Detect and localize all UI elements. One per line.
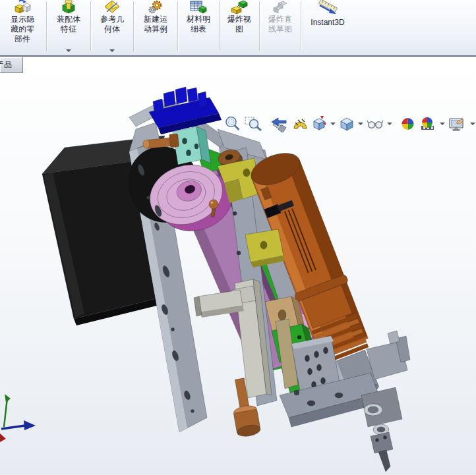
model-yellow-clamp-lower[interactable] <box>245 229 285 267</box>
show-hidden-components-icon <box>13 0 32 14</box>
display-style-button[interactable] <box>338 115 356 133</box>
explode-line-sketch-icon <box>272 0 289 14</box>
dropdown-arrow-icon[interactable] <box>109 49 115 52</box>
feature-tree-tab-label: 产品 <box>0 59 13 70</box>
apply-scene-button[interactable] <box>418 115 438 133</box>
toolbar-separator <box>133 1 134 51</box>
view-orientation-icon <box>311 115 328 132</box>
view-settings-icon <box>448 115 467 132</box>
toolbar-separator <box>46 1 47 51</box>
apply-scene-icon <box>419 115 437 132</box>
zoom-to-area-icon <box>243 115 263 132</box>
hide-show-items-button[interactable] <box>365 115 385 133</box>
instant3d-button[interactable]: Instant3D <box>303 0 353 55</box>
section-view-button[interactable] <box>291 115 309 133</box>
dropdown-arrow-icon[interactable] <box>66 49 71 52</box>
hide-show-items-icon <box>366 115 384 132</box>
view-orientation-dropdown-arrow[interactable] <box>330 123 336 125</box>
view-settings-button[interactable] <box>447 115 468 133</box>
model-spindle-needle[interactable] <box>361 387 402 472</box>
heads-up-view-toolbar <box>223 115 476 133</box>
edit-appearance-button[interactable] <box>398 115 417 133</box>
edit-appearance-icon <box>399 115 417 132</box>
apply-scene-dropdown-arrow[interactable] <box>440 123 445 125</box>
instant3d-icon <box>314 0 341 14</box>
display-style-dropdown-arrow[interactable] <box>358 123 363 125</box>
new-motion-study-icon <box>147 0 164 14</box>
model-guide-bracket[interactable] <box>194 279 272 398</box>
previous-view-button[interactable] <box>269 115 290 133</box>
exploded-view-icon <box>231 0 248 14</box>
zoom-to-fit-button[interactable] <box>223 115 242 133</box>
reference-geometry-button[interactable]: 参考几 何体 <box>92 0 132 55</box>
toolbar-separator <box>259 1 260 51</box>
previous-view-icon <box>270 115 289 132</box>
toolbar-separator <box>90 1 91 51</box>
section-view-icon <box>291 115 309 132</box>
toolbar-separator <box>301 1 301 51</box>
new-motion-study-button[interactable]: 新建运 动算例 <box>135 0 176 55</box>
assembly-features-button[interactable]: 装配体 特征 <box>48 0 89 55</box>
orientation-triad <box>0 394 36 442</box>
command-toolbar: 显示隐 藏的零 部件 装配体 特征 参考几 何体 <box>0 0 476 57</box>
assembly-features-icon <box>60 0 77 14</box>
display-style-icon <box>338 115 355 132</box>
zoom-to-fit-icon <box>223 115 241 132</box>
button-label: 显示隐 <box>11 14 34 24</box>
view-settings-dropdown-arrow[interactable] <box>470 123 475 125</box>
toolbar-separator <box>219 1 220 51</box>
zoom-to-area-button[interactable] <box>243 115 264 133</box>
graphics-area[interactable]: Z <box>0 57 476 475</box>
toolbar-separator <box>177 1 178 51</box>
bill-of-materials-icon <box>189 0 208 14</box>
exploded-view-button[interactable]: 爆炸视 图 <box>221 0 258 55</box>
view-orientation-button[interactable] <box>310 115 328 133</box>
hide-show-items-dropdown-arrow[interactable] <box>387 123 392 125</box>
feature-tree-tab[interactable]: 产品 <box>0 57 23 73</box>
bill-of-materials-button[interactable]: 材料明 细表 <box>179 0 218 55</box>
reference-geometry-icon <box>104 0 121 14</box>
show-hidden-components-button[interactable]: 显示隐 藏的零 部件 <box>0 0 45 55</box>
explode-line-sketch-button: 爆炸直 线草图 <box>261 0 299 55</box>
